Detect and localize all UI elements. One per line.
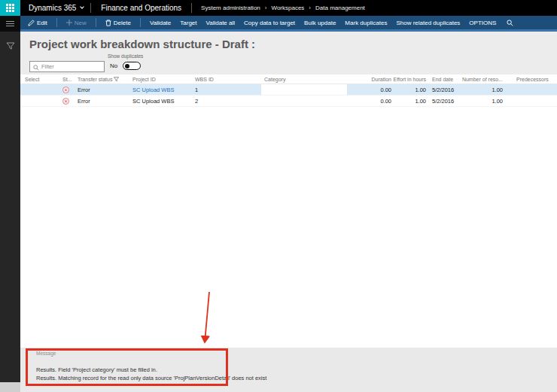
message-line: Results. Field 'Project category' must b… xyxy=(36,366,266,374)
project-id-link[interactable]: SC Upload WBS xyxy=(132,87,174,93)
column-header-transfer-status[interactable]: Transfer status xyxy=(75,74,129,84)
column-header-label: Number of reso... xyxy=(462,77,503,82)
cell-status: × xyxy=(59,96,75,106)
breadcrumb-item-workspaces[interactable]: Workspaces xyxy=(271,5,304,11)
filter-funnel-icon[interactable] xyxy=(6,40,15,382)
toolbar-button-target[interactable]: Target xyxy=(180,20,196,26)
waffle-icon xyxy=(6,4,14,12)
toolbar-separator xyxy=(56,18,57,27)
toolbar-button-label: Mark duplicates xyxy=(345,20,387,26)
column-header-category[interactable]: Category xyxy=(261,74,347,84)
toolbar-button-label: Edit xyxy=(37,20,47,26)
toolbar-button-edit[interactable]: Edit xyxy=(28,20,47,26)
toolbar-button-delete[interactable]: Delete xyxy=(105,20,131,26)
filter-icon xyxy=(114,77,119,82)
column-header-status-icon[interactable]: St... xyxy=(59,74,75,84)
app-switcher[interactable]: Dynamics 365 xyxy=(20,4,90,12)
column-header-label: End date xyxy=(432,77,453,82)
toolbar-button-show-related-duplicates[interactable]: Show related duplicates xyxy=(396,20,460,26)
cell-effort-in-hours: 1.00 xyxy=(394,84,429,95)
search-icon[interactable] xyxy=(507,20,513,26)
project-id-link[interactable]: SC Upload WBS xyxy=(132,98,174,105)
toolbar-button-bulk-update[interactable]: Bulk update xyxy=(304,20,336,26)
column-header-label: Predecessors xyxy=(516,77,549,82)
column-header-label: Duration xyxy=(372,77,391,82)
message-line: Results. Matching record for the read on… xyxy=(36,374,266,382)
toolbar-button-label: Delete xyxy=(114,20,131,26)
toolbar-button-label: Validate xyxy=(150,20,171,26)
toolbar-button-copy-data-to-target[interactable]: Copy data to target xyxy=(244,20,295,26)
app-window: Dynamics 365 Finance and Operations Syst… xyxy=(0,0,557,392)
action-pane: EditNewDeleteValidateTargetValidate allC… xyxy=(0,16,557,32)
toolbar-button-label: Target xyxy=(180,20,196,26)
toolbar-button-label: Show related duplicates xyxy=(396,20,460,26)
toolbar-button-label: Copy data to target xyxy=(244,20,295,26)
column-header-duration[interactable]: Duration xyxy=(347,74,394,84)
cell-end-date: 5/2/2016 xyxy=(429,84,473,95)
error-icon: × xyxy=(62,87,69,93)
column-header-label: Effort in hours xyxy=(394,77,426,82)
column-header-project-id[interactable]: Project ID xyxy=(129,74,192,84)
column-header-label: Project ID xyxy=(132,77,156,82)
search-icon xyxy=(33,60,39,74)
filter-input[interactable] xyxy=(41,63,101,70)
message-panel-label: Message xyxy=(36,351,56,356)
top-navigation-bar: Dynamics 365 Finance and Operations Syst… xyxy=(0,0,557,16)
column-header-wbs-id[interactable]: WBS ID xyxy=(192,74,261,84)
column-header-label: Select xyxy=(25,77,39,82)
cell-project-id: SC Upload WBS xyxy=(129,84,192,95)
page-title: Project work breakdown structure - Draft… xyxy=(29,38,255,50)
show-duplicates-label: Show duplicates xyxy=(108,53,143,59)
cell-transfer-status: Error xyxy=(75,84,129,95)
sidebar-footer-corner xyxy=(0,382,20,392)
breadcrumb-separator: › xyxy=(265,5,267,11)
show-duplicates-toggle[interactable] xyxy=(123,62,141,70)
cell-end-date: 5/2/2016 xyxy=(429,96,473,106)
cell-status: × xyxy=(59,84,75,95)
hamburger-menu-button[interactable] xyxy=(0,16,20,32)
cell-select xyxy=(20,96,59,106)
toolbar-button-validate[interactable]: Validate xyxy=(150,20,171,26)
toolbar-button-options[interactable]: OPTIONS xyxy=(469,20,496,26)
column-header-label: Transfer status xyxy=(78,77,112,82)
toolbar-button-mark-duplicates[interactable]: Mark duplicates xyxy=(345,20,387,26)
table-row[interactable]: ×ErrorSC Upload WBS20.001.005/2/20161.00 xyxy=(20,96,557,107)
app-name-label: Dynamics 365 xyxy=(29,4,76,12)
chevron-down-icon xyxy=(81,5,85,9)
toolbar-button-label: Bulk update xyxy=(304,20,336,26)
toolbar-separator xyxy=(140,18,141,27)
cell-wbs-id: 1 xyxy=(192,84,261,95)
table-row[interactable]: ×ErrorSC Upload WBS10.001.005/2/20161.00 xyxy=(20,84,557,96)
toolbar-buttons: EditNewDeleteValidateTargetValidate allC… xyxy=(28,18,496,27)
message-panel: Message Results. Field 'Project category… xyxy=(20,348,557,392)
cell-number-of-resources: 1.00 xyxy=(473,96,506,106)
cell-select xyxy=(20,84,59,95)
filter-box xyxy=(29,61,105,72)
plus-icon xyxy=(66,20,72,26)
breadcrumb: System administration›Workspaces›Data ma… xyxy=(192,5,365,11)
breadcrumb-item-system-administration[interactable]: System administration xyxy=(201,5,260,11)
product-name[interactable]: Finance and Operations xyxy=(91,4,191,12)
toolbar-button-new[interactable]: New xyxy=(66,20,87,26)
column-header-select[interactable]: Select xyxy=(20,74,59,84)
breadcrumb-item-data-management[interactable]: Data management xyxy=(315,5,365,11)
app-launcher-button[interactable] xyxy=(0,0,20,16)
cell-category xyxy=(261,96,347,106)
grid-header-row: SelectSt...Transfer statusProject IDWBS … xyxy=(20,74,557,84)
toolbar-button-label: New xyxy=(75,20,87,26)
main-content: Project work breakdown structure - Draft… xyxy=(20,32,557,348)
cell-transfer-status: Error xyxy=(75,96,129,106)
column-header-predecessors[interactable]: Predecessors xyxy=(506,74,557,84)
toolbar-button-validate-all[interactable]: Validate all xyxy=(206,20,236,26)
cell-number-of-resources: 1.00 xyxy=(473,84,506,95)
column-header-effort-in-hours[interactable]: Effort in hours xyxy=(394,74,429,84)
column-header-label: Category xyxy=(264,77,285,82)
toolbar-separator xyxy=(96,18,96,27)
grid-body: ×ErrorSC Upload WBS10.001.005/2/20161.00… xyxy=(20,84,557,107)
error-icon: × xyxy=(62,98,69,105)
cell-wbs-id: 2 xyxy=(192,96,261,106)
cell-predecessors xyxy=(506,84,557,95)
show-duplicates-value: No xyxy=(110,62,117,69)
column-header-number-of-resources[interactable]: Number of reso... xyxy=(473,74,506,84)
page-header-band: Project work breakdown structure - Draft… xyxy=(20,32,557,74)
